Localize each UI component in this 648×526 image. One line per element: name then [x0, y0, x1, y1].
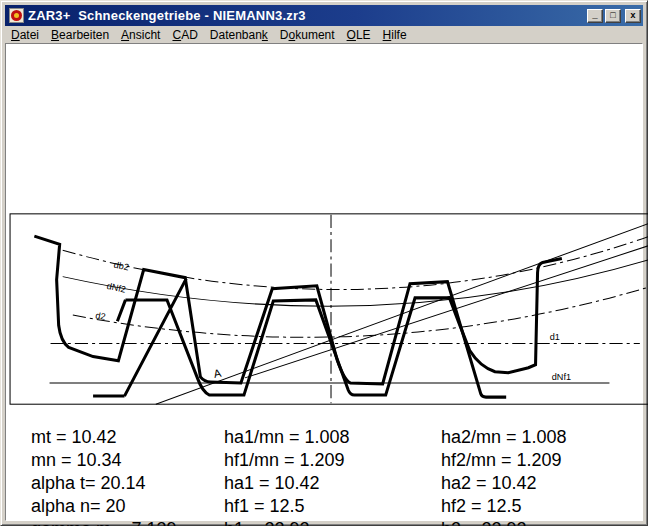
- title-bar[interactable]: ZAR3+ Schneckengetriebe - NIEMANN3.zr3 _…: [5, 5, 643, 26]
- param-ha2mn: ha2/mn = 1.008: [441, 427, 567, 448]
- param-ha2: ha2 = 10.42: [441, 473, 537, 494]
- param-alpha-t: alpha t= 20.14: [31, 473, 146, 494]
- window-controls: _ □ x: [585, 9, 641, 23]
- param-row: mn = 10.34 hf1/mn = 1.209 hf2/mn = 1.209: [6, 450, 648, 472]
- param-row: gamma m = 7.139 h1 = 22.92 h2 = 22.92: [6, 519, 648, 526]
- param-mt: mt = 10.42: [31, 427, 117, 448]
- param-ha1: ha1 = 10.42: [224, 473, 320, 494]
- menu-bar: Datei Bearbeiten Ansicht CAD Datenbank D…: [5, 26, 643, 43]
- param-h1: h1 = 22.92: [224, 519, 310, 526]
- minimize-button[interactable]: _: [587, 9, 603, 23]
- menu-cad[interactable]: CAD: [166, 27, 203, 43]
- param-hf2mn: hf2/mn = 1.209: [441, 450, 562, 471]
- param-ha1mn: ha1/mn = 1.008: [224, 427, 350, 448]
- menu-dokument[interactable]: Dokument: [274, 27, 341, 43]
- param-gamma-m: gamma m = 7.139: [31, 519, 177, 526]
- app-icon-core: [14, 13, 19, 18]
- window-title: ZAR3+ Schneckengetriebe - NIEMANN3.zr3: [28, 8, 306, 23]
- param-h2: h2 = 22.92: [441, 519, 527, 526]
- param-hf1: hf1 = 12.5: [224, 496, 305, 517]
- param-hf1mn: hf1/mn = 1.209: [224, 450, 345, 471]
- menu-datenbank[interactable]: Datenbank: [204, 27, 274, 43]
- param-row: alpha t= 20.14 ha1 = 10.42 ha2 = 10.42: [6, 473, 648, 495]
- menu-ansicht[interactable]: Ansicht: [115, 27, 166, 43]
- menu-datei[interactable]: Datei: [5, 27, 45, 43]
- param-row: alpha n= 20 hf1 = 12.5 hf2 = 12.5: [6, 496, 648, 518]
- param-mn: mn = 10.34: [31, 450, 122, 471]
- param-row: mt = 10.42 ha1/mn = 1.008 ha2/mn = 1.008: [6, 427, 648, 449]
- close-button[interactable]: x: [625, 9, 641, 23]
- maximize-button[interactable]: □: [605, 9, 621, 23]
- param-alpha-n: alpha n= 20: [31, 496, 126, 517]
- app-window: ZAR3+ Schneckengetriebe - NIEMANN3.zr3 _…: [0, 0, 648, 526]
- parameter-panel: mt = 10.42 ha1/mn = 1.008 ha2/mn = 1.008…: [6, 44, 648, 526]
- menu-hilfe[interactable]: Hilfe: [377, 27, 413, 43]
- param-hf2: hf2 = 12.5: [441, 496, 522, 517]
- app-icon[interactable]: [9, 8, 24, 23]
- menu-ole[interactable]: OLE: [341, 27, 377, 43]
- client-area: db2 dNf2 d2 d1 dNf1 A mt = 10.42 ha1/mn …: [5, 43, 643, 521]
- menu-bearbeiten[interactable]: Bearbeiten: [45, 27, 115, 43]
